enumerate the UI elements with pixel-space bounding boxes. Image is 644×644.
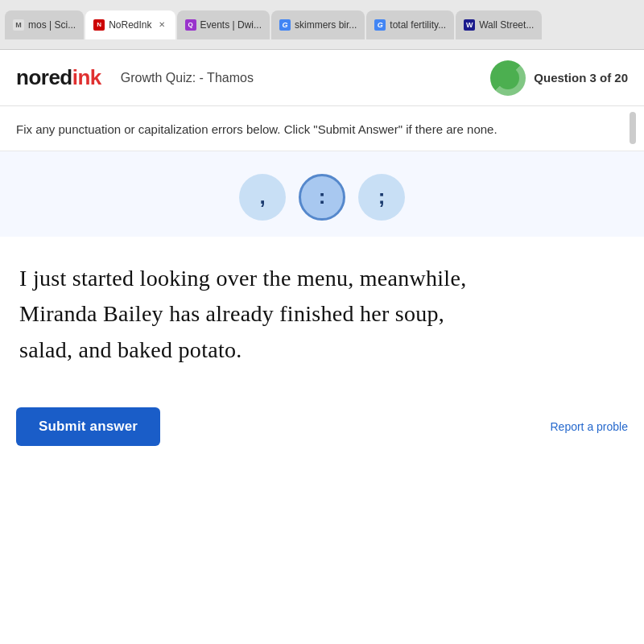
tab-favicon-skim: G (279, 19, 291, 31)
report-link[interactable]: Report a proble (550, 420, 628, 433)
tab-fert[interactable]: G total fertility... (366, 10, 454, 39)
logo-suffix: ink (72, 65, 101, 89)
progress-circle-inner (497, 67, 519, 89)
logo: noredink (16, 65, 101, 90)
tab-nri[interactable]: N NoRedInk ✕ (85, 10, 175, 39)
question-counter-text: Question 3 of 20 (534, 71, 628, 85)
app-header: noredink Growth Quiz: - Thamos Question … (0, 50, 644, 106)
sentence-area: I just started looking over the menu, me… (0, 237, 644, 385)
tab-wall[interactable]: W Wall Street... (456, 10, 542, 39)
tab-dwi[interactable]: Q Events | Dwi... (177, 10, 270, 39)
tab-favicon-dwi: Q (185, 19, 196, 31)
tab-label-nri: NoRedInk (109, 19, 151, 31)
sentence-text: I just started looking over the menu, me… (19, 261, 625, 369)
submit-button[interactable]: Submit answer (16, 407, 160, 446)
tab-favicon-mos: M (13, 19, 24, 31)
sentence-line3: salad, and baked potato. (19, 337, 242, 362)
instruction-bar: Fix any punctuation or capitalization er… (0, 106, 644, 151)
tab-mos[interactable]: M mos | Sci... (5, 10, 84, 39)
semicolon-button[interactable]: ; (358, 174, 405, 221)
comma-button[interactable]: , (239, 174, 286, 221)
quiz-title: Growth Quiz: - Thamos (121, 71, 254, 85)
actions-area: Submit answer Report a proble (0, 385, 644, 469)
question-counter-container: Question 3 of 20 (482, 50, 644, 105)
tab-close-nri[interactable]: ✕ (156, 19, 167, 31)
tab-favicon-wall: W (464, 19, 475, 31)
progress-circle (490, 60, 526, 96)
colon-button[interactable]: : (299, 174, 345, 221)
tab-label-fert: total fertility... (390, 19, 446, 31)
sentence-line1: I just started looking over the menu, me… (19, 266, 466, 291)
punctuation-options-row: , : ; (0, 151, 644, 237)
tab-favicon-fert: G (374, 19, 386, 31)
logo-prefix: nored (16, 65, 72, 89)
tab-label-dwi: Events | Dwi... (200, 19, 262, 31)
browser-tab-bar: M mos | Sci... N NoRedInk ✕ Q Events | D… (0, 0, 644, 50)
instruction-text: Fix any punctuation or capitalization er… (16, 122, 497, 136)
tab-favicon-nri: N (93, 19, 105, 31)
tab-skim[interactable]: G skimmers bir... (271, 10, 365, 39)
sentence-line2: Miranda Bailey has already finished her … (19, 301, 444, 326)
main-content: Fix any punctuation or capitalization er… (0, 106, 644, 644)
tab-label-skim: skimmers bir... (295, 19, 357, 31)
tab-label-wall: Wall Street... (479, 19, 534, 31)
tab-label-mos: mos | Sci... (28, 19, 76, 31)
